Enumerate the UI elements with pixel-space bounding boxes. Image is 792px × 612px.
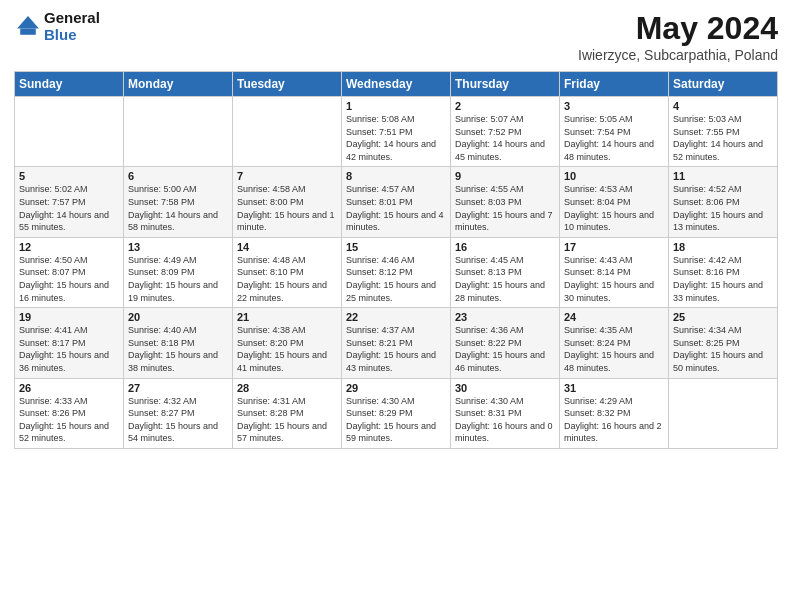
table-row: 28 Sunrise: 4:31 AM Sunset: 8:28 PM Dayl… (233, 378, 342, 448)
svg-rect-1 (20, 28, 36, 34)
sunrise-text: Sunrise: 4:34 AM (673, 325, 742, 335)
day-number: 11 (673, 170, 773, 182)
sunset-text: Sunset: 8:10 PM (237, 267, 304, 277)
sunrise-text: Sunrise: 5:00 AM (128, 184, 197, 194)
day-number: 17 (564, 241, 664, 253)
sunrise-text: Sunrise: 4:41 AM (19, 325, 88, 335)
sunset-text: Sunset: 7:54 PM (564, 127, 631, 137)
sunrise-text: Sunrise: 4:30 AM (455, 396, 524, 406)
table-row: 12 Sunrise: 4:50 AM Sunset: 8:07 PM Dayl… (15, 237, 124, 307)
day-number: 3 (564, 100, 664, 112)
logo: General Blue (14, 10, 100, 43)
subtitle: Iwierzyce, Subcarpathia, Poland (578, 47, 778, 63)
sunrise-text: Sunrise: 5:05 AM (564, 114, 633, 124)
day-number: 15 (346, 241, 446, 253)
day-number: 19 (19, 311, 119, 323)
sunrise-text: Sunrise: 5:08 AM (346, 114, 415, 124)
sunrise-text: Sunrise: 4:36 AM (455, 325, 524, 335)
sunrise-text: Sunrise: 4:46 AM (346, 255, 415, 265)
day-number: 30 (455, 382, 555, 394)
title-area: May 2024 Iwierzyce, Subcarpathia, Poland (578, 10, 778, 63)
day-info: Sunrise: 4:46 AM Sunset: 8:12 PM Dayligh… (346, 254, 446, 304)
sunrise-text: Sunrise: 4:58 AM (237, 184, 306, 194)
daylight-text: Daylight: 15 hours and 50 minutes. (673, 350, 763, 373)
table-row: 24 Sunrise: 4:35 AM Sunset: 8:24 PM Dayl… (560, 308, 669, 378)
sunset-text: Sunset: 8:27 PM (128, 408, 195, 418)
sunrise-text: Sunrise: 4:45 AM (455, 255, 524, 265)
sunrise-text: Sunrise: 4:35 AM (564, 325, 633, 335)
daylight-text: Daylight: 15 hours and 59 minutes. (346, 421, 436, 444)
daylight-text: Daylight: 15 hours and 54 minutes. (128, 421, 218, 444)
sunrise-text: Sunrise: 4:53 AM (564, 184, 633, 194)
page: General Blue May 2024 Iwierzyce, Subcarp… (0, 0, 792, 612)
day-number: 16 (455, 241, 555, 253)
table-row: 27 Sunrise: 4:32 AM Sunset: 8:27 PM Dayl… (124, 378, 233, 448)
table-row (15, 97, 124, 167)
table-row: 16 Sunrise: 4:45 AM Sunset: 8:13 PM Dayl… (451, 237, 560, 307)
sunset-text: Sunset: 8:32 PM (564, 408, 631, 418)
table-row: 15 Sunrise: 4:46 AM Sunset: 8:12 PM Dayl… (342, 237, 451, 307)
week-row-1: 1 Sunrise: 5:08 AM Sunset: 7:51 PM Dayli… (15, 97, 778, 167)
day-info: Sunrise: 4:58 AM Sunset: 8:00 PM Dayligh… (237, 183, 337, 233)
col-monday: Monday (124, 72, 233, 97)
col-wednesday: Wednesday (342, 72, 451, 97)
day-number: 22 (346, 311, 446, 323)
day-info: Sunrise: 4:33 AM Sunset: 8:26 PM Dayligh… (19, 395, 119, 445)
table-row: 30 Sunrise: 4:30 AM Sunset: 8:31 PM Dayl… (451, 378, 560, 448)
table-row: 3 Sunrise: 5:05 AM Sunset: 7:54 PM Dayli… (560, 97, 669, 167)
day-info: Sunrise: 4:48 AM Sunset: 8:10 PM Dayligh… (237, 254, 337, 304)
sunset-text: Sunset: 8:17 PM (19, 338, 86, 348)
sunset-text: Sunset: 8:22 PM (455, 338, 522, 348)
table-row: 13 Sunrise: 4:49 AM Sunset: 8:09 PM Dayl… (124, 237, 233, 307)
sunrise-text: Sunrise: 5:02 AM (19, 184, 88, 194)
table-row: 26 Sunrise: 4:33 AM Sunset: 8:26 PM Dayl… (15, 378, 124, 448)
daylight-text: Daylight: 15 hours and 30 minutes. (564, 280, 654, 303)
day-number: 20 (128, 311, 228, 323)
table-row (233, 97, 342, 167)
sunset-text: Sunset: 7:58 PM (128, 197, 195, 207)
day-number: 9 (455, 170, 555, 182)
table-row: 6 Sunrise: 5:00 AM Sunset: 7:58 PM Dayli… (124, 167, 233, 237)
day-info: Sunrise: 4:32 AM Sunset: 8:27 PM Dayligh… (128, 395, 228, 445)
svg-marker-0 (17, 16, 39, 28)
day-info: Sunrise: 4:49 AM Sunset: 8:09 PM Dayligh… (128, 254, 228, 304)
day-info: Sunrise: 4:57 AM Sunset: 8:01 PM Dayligh… (346, 183, 446, 233)
sunset-text: Sunset: 8:29 PM (346, 408, 413, 418)
day-info: Sunrise: 5:07 AM Sunset: 7:52 PM Dayligh… (455, 113, 555, 163)
sunset-text: Sunset: 8:09 PM (128, 267, 195, 277)
table-row: 20 Sunrise: 4:40 AM Sunset: 8:18 PM Dayl… (124, 308, 233, 378)
week-row-5: 26 Sunrise: 4:33 AM Sunset: 8:26 PM Dayl… (15, 378, 778, 448)
table-row: 22 Sunrise: 4:37 AM Sunset: 8:21 PM Dayl… (342, 308, 451, 378)
day-number: 23 (455, 311, 555, 323)
sunrise-text: Sunrise: 4:55 AM (455, 184, 524, 194)
sunset-text: Sunset: 8:01 PM (346, 197, 413, 207)
sunrise-text: Sunrise: 4:30 AM (346, 396, 415, 406)
table-row: 29 Sunrise: 4:30 AM Sunset: 8:29 PM Dayl… (342, 378, 451, 448)
table-row: 31 Sunrise: 4:29 AM Sunset: 8:32 PM Dayl… (560, 378, 669, 448)
day-number: 5 (19, 170, 119, 182)
sunset-text: Sunset: 8:18 PM (128, 338, 195, 348)
table-row: 23 Sunrise: 4:36 AM Sunset: 8:22 PM Dayl… (451, 308, 560, 378)
sunrise-text: Sunrise: 4:38 AM (237, 325, 306, 335)
sunrise-text: Sunrise: 4:32 AM (128, 396, 197, 406)
day-number: 13 (128, 241, 228, 253)
day-number: 4 (673, 100, 773, 112)
day-number: 7 (237, 170, 337, 182)
sunrise-text: Sunrise: 4:40 AM (128, 325, 197, 335)
day-info: Sunrise: 5:05 AM Sunset: 7:54 PM Dayligh… (564, 113, 664, 163)
sunset-text: Sunset: 8:14 PM (564, 267, 631, 277)
daylight-text: Daylight: 15 hours and 4 minutes. (346, 210, 444, 233)
day-info: Sunrise: 5:02 AM Sunset: 7:57 PM Dayligh… (19, 183, 119, 233)
daylight-text: Daylight: 15 hours and 28 minutes. (455, 280, 545, 303)
sunrise-text: Sunrise: 4:37 AM (346, 325, 415, 335)
day-number: 1 (346, 100, 446, 112)
sunset-text: Sunset: 8:07 PM (19, 267, 86, 277)
sunset-text: Sunset: 8:06 PM (673, 197, 740, 207)
sunrise-text: Sunrise: 5:03 AM (673, 114, 742, 124)
day-info: Sunrise: 4:35 AM Sunset: 8:24 PM Dayligh… (564, 324, 664, 374)
day-number: 28 (237, 382, 337, 394)
table-row: 9 Sunrise: 4:55 AM Sunset: 8:03 PM Dayli… (451, 167, 560, 237)
daylight-text: Daylight: 15 hours and 25 minutes. (346, 280, 436, 303)
day-info: Sunrise: 4:36 AM Sunset: 8:22 PM Dayligh… (455, 324, 555, 374)
col-tuesday: Tuesday (233, 72, 342, 97)
